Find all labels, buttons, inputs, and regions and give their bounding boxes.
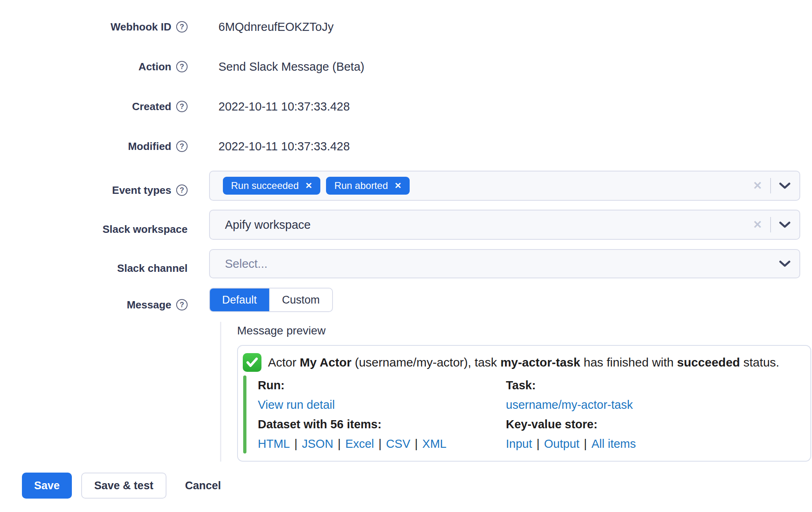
- message-preview-title: Message preview: [237, 322, 811, 340]
- chevron-down-icon[interactable]: [779, 182, 790, 189]
- task-label: Task:: [506, 375, 636, 395]
- dataset-label: Dataset with 56 items:: [258, 414, 506, 434]
- remove-tag-icon[interactable]: ✕: [394, 181, 402, 191]
- form-actions: Save Save & test Cancel: [22, 473, 812, 499]
- field-row-event-types: Event types ? Run succeeded ✕ Run aborte…: [11, 171, 812, 210]
- event-type-tag: Run succeeded ✕: [223, 177, 320, 195]
- modified-label: Modified: [128, 140, 171, 153]
- modified-value: 2022-10-11 10:37:33.428: [209, 140, 350, 153]
- webhook-id-label: Webhook ID: [110, 21, 171, 33]
- slack-workspace-label: Slack workspace: [102, 223, 188, 236]
- webhook-detail-form: Webhook ID ? 6MQdnreufEOKZToJy Action ? …: [0, 0, 812, 499]
- attachment-run-column: Run: View run detail Dataset with 56 ite…: [258, 375, 506, 453]
- field-row-slack-channel: Slack channel Select...: [11, 249, 812, 288]
- run-label: Run:: [258, 375, 506, 395]
- chevron-down-icon[interactable]: [779, 260, 790, 267]
- help-icon[interactable]: ?: [176, 61, 188, 72]
- toggle-option-custom[interactable]: Custom: [269, 289, 332, 311]
- message-label: Message: [127, 299, 171, 311]
- action-value: Send Slack Message (Beta): [209, 60, 364, 74]
- slack-workspace-value: Apify workspace: [223, 218, 311, 232]
- dataset-json-link[interactable]: JSON: [302, 437, 333, 450]
- event-type-tag: Run aborted ✕: [326, 177, 410, 195]
- created-label: Created: [132, 100, 171, 113]
- slack-channel-placeholder: Select...: [223, 257, 268, 271]
- dataset-html-link[interactable]: HTML: [258, 437, 290, 450]
- slack-attachment: Run: View run detail Dataset with 56 ite…: [243, 375, 802, 453]
- field-row-modified: Modified ? 2022-10-11 10:37:33.428: [11, 138, 812, 154]
- kv-store-links: Input|Output|All items: [506, 434, 636, 453]
- dataset-links: HTML|JSON|Excel|CSV|XML: [258, 434, 506, 453]
- remove-tag-icon[interactable]: ✕: [305, 181, 313, 191]
- kv-store-label: Key-value store:: [506, 414, 636, 434]
- task-link[interactable]: username/my-actor-task: [506, 398, 633, 411]
- attachment-task-column: Task: username/my-actor-task Key-value s…: [506, 375, 636, 453]
- tag-label: Run succeeded: [231, 180, 299, 191]
- help-icon[interactable]: ?: [176, 299, 188, 310]
- slack-channel-select[interactable]: Select...: [209, 249, 800, 278]
- field-row-message: Message ? Default Custom: [11, 288, 812, 322]
- message-mode-toggle: Default Custom: [209, 288, 333, 312]
- help-icon[interactable]: ?: [176, 101, 188, 112]
- action-label: Action: [138, 61, 171, 73]
- help-icon[interactable]: ?: [176, 21, 188, 33]
- slack-message-headline: Actor My Actor (username/my-actor), task…: [243, 352, 802, 373]
- slack-workspace-select[interactable]: Apify workspace ✕: [209, 210, 800, 240]
- kv-output-link[interactable]: Output: [544, 437, 579, 450]
- tag-label: Run aborted: [334, 180, 388, 191]
- slack-channel-label: Slack channel: [117, 262, 188, 275]
- kv-all-items-link[interactable]: All items: [592, 437, 636, 450]
- field-row-webhook-id: Webhook ID ? 6MQdnreufEOKZToJy: [11, 19, 812, 35]
- save-and-test-button[interactable]: Save & test: [81, 473, 166, 499]
- dataset-excel-link[interactable]: Excel: [345, 437, 374, 450]
- divider: [770, 178, 771, 193]
- clear-icon[interactable]: ✕: [753, 179, 762, 192]
- help-icon[interactable]: ?: [176, 141, 188, 152]
- divider: [770, 217, 771, 232]
- save-button[interactable]: Save: [22, 473, 72, 499]
- clear-icon[interactable]: ✕: [753, 218, 762, 231]
- view-run-detail-link[interactable]: View run detail: [258, 398, 335, 411]
- field-row-action: Action ? Send Slack Message (Beta): [11, 59, 812, 75]
- toggle-option-default[interactable]: Default: [210, 289, 269, 311]
- kv-input-link[interactable]: Input: [506, 437, 532, 450]
- message-preview-section: Message preview Actor My Actor (username…: [220, 322, 811, 462]
- slack-message-preview-card: Actor My Actor (username/my-actor), task…: [237, 345, 811, 462]
- event-types-multiselect[interactable]: Run succeeded ✕ Run aborted ✕ ✕: [209, 171, 800, 201]
- field-row-created: Created ? 2022-10-11 10:37:33.428: [11, 98, 812, 115]
- cancel-button[interactable]: Cancel: [173, 473, 233, 499]
- headline-text: Actor My Actor (username/my-actor), task…: [268, 356, 779, 369]
- attachment-bar: [243, 375, 246, 453]
- dataset-xml-link[interactable]: XML: [422, 437, 447, 450]
- event-types-label: Event types: [112, 184, 171, 197]
- webhook-id-value: 6MQdnreufEOKZToJy: [209, 20, 334, 34]
- check-mark-emoji-icon: [243, 353, 261, 372]
- dataset-csv-link[interactable]: CSV: [386, 437, 410, 450]
- created-value: 2022-10-11 10:37:33.428: [209, 100, 350, 113]
- chevron-down-icon[interactable]: [779, 221, 790, 228]
- help-icon[interactable]: ?: [176, 184, 188, 196]
- field-row-slack-workspace: Slack workspace Apify workspace ✕: [11, 210, 812, 249]
